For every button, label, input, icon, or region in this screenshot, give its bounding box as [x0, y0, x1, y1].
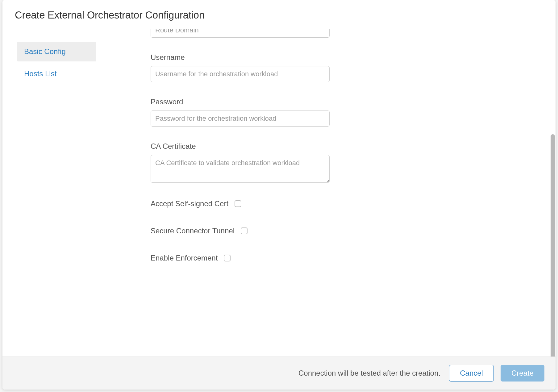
scrollbar-thumb[interactable] — [551, 134, 555, 357]
accept-self-signed-label: Accept Self-signed Cert — [151, 199, 228, 208]
route-domain-field-partial: Route Domain — [151, 29, 342, 38]
username-field: Username — [151, 53, 342, 82]
modal-body: Basic Config Hosts List Route Domain Use… — [2, 29, 556, 357]
sidebar-item-label: Hosts List — [24, 69, 56, 78]
footer-note: Connection will be tested after the crea… — [298, 369, 440, 377]
username-label: Username — [151, 53, 342, 62]
enable-enforcement-label: Enable Enforcement — [151, 254, 218, 262]
accept-self-signed-checkbox[interactable] — [235, 200, 241, 207]
modal-header: Create External Orchestrator Configurati… — [2, 0, 556, 29]
form-content: Route Domain Username Password CA Certif… — [151, 29, 342, 262]
accept-self-signed-field: Accept Self-signed Cert — [151, 199, 342, 208]
enable-enforcement-checkbox[interactable] — [224, 255, 231, 261]
ca-certificate-input[interactable] — [151, 155, 330, 183]
sidebar-item-label: Basic Config — [24, 47, 66, 56]
modal-dialog: Create External Orchestrator Configurati… — [2, 0, 556, 390]
modal-title: Create External Orchestrator Configurati… — [15, 9, 543, 21]
secure-connector-tunnel-label: Secure Connector Tunnel — [151, 227, 235, 235]
secure-connector-tunnel-field: Secure Connector Tunnel — [151, 227, 342, 235]
modal-footer: Connection will be tested after the crea… — [2, 357, 556, 390]
enable-enforcement-field: Enable Enforcement — [151, 254, 342, 262]
ca-certificate-label: CA Certificate — [151, 142, 342, 151]
route-domain-input-partial[interactable]: Route Domain — [151, 29, 330, 38]
username-input[interactable] — [151, 66, 330, 82]
ca-certificate-field: CA Certificate — [151, 142, 342, 184]
password-label: Password — [151, 98, 342, 106]
sidebar-item-basic-config[interactable]: Basic Config — [17, 42, 96, 61]
create-button[interactable]: Create — [501, 365, 544, 382]
cancel-button[interactable]: Cancel — [449, 365, 494, 382]
password-input[interactable] — [151, 111, 330, 127]
password-field: Password — [151, 98, 342, 127]
secure-connector-tunnel-checkbox[interactable] — [241, 227, 248, 234]
sidebar-item-hosts-list[interactable]: Hosts List — [17, 64, 96, 84]
sidebar-nav: Basic Config Hosts List — [2, 29, 107, 357]
form-area[interactable]: Route Domain Username Password CA Certif… — [107, 29, 556, 357]
